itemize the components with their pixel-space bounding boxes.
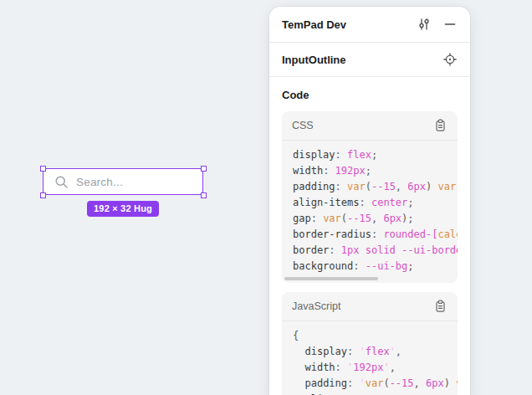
search-placeholder-text: Search... bbox=[76, 176, 123, 188]
selection-handle-bottom-right[interactable] bbox=[201, 192, 207, 198]
search-input-component[interactable]: Search... bbox=[43, 168, 203, 195]
selection-handle-top-left[interactable] bbox=[40, 166, 46, 172]
copy-icon[interactable] bbox=[432, 118, 448, 133]
javascript-code-block: JavaScript { display: 'flex', width: '19… bbox=[282, 292, 458, 395]
panel-title: TemPad Dev bbox=[282, 18, 417, 31]
sliders-icon[interactable] bbox=[417, 17, 432, 32]
javascript-code-body[interactable]: { display: 'flex', width: '192px', paddi… bbox=[282, 321, 458, 395]
code-section-title: Code bbox=[282, 89, 458, 101]
tempad-dev-panel: TemPad Dev InputOutline bbox=[269, 7, 470, 395]
locate-icon[interactable] bbox=[442, 52, 458, 67]
code-line: display: 'flex', bbox=[293, 344, 458, 360]
code-line: border-radius: rounded-[calc(va bbox=[293, 227, 458, 243]
code-line: border: 1px solid --ui-border- bbox=[293, 243, 458, 259]
javascript-block-label: JavaScript bbox=[292, 300, 432, 312]
code-line: gap: var(--15, 6px); bbox=[293, 211, 458, 227]
css-code-body[interactable]: display: flex;width: 192px;padding: var(… bbox=[282, 141, 458, 283]
copy-icon[interactable] bbox=[432, 299, 448, 314]
code-line: padding: var(--15, 6px) var(--1 bbox=[293, 179, 458, 195]
code-line: align-items: center; bbox=[293, 195, 458, 211]
panel-header: TemPad Dev bbox=[269, 7, 470, 42]
code-line: width: 192px; bbox=[293, 163, 458, 179]
code-line: padding: 'var(--15, 6px) var bbox=[293, 376, 458, 392]
css-code-block: CSS display: flex;width: 192px;padding: … bbox=[282, 111, 458, 283]
minimize-icon[interactable] bbox=[442, 17, 458, 32]
code-line: display: flex; bbox=[293, 147, 458, 163]
selected-component-row: InputOutline bbox=[269, 43, 470, 76]
search-icon bbox=[54, 175, 69, 189]
css-block-header: CSS bbox=[282, 111, 458, 141]
size-badge: 192 × 32 Hug bbox=[87, 201, 159, 217]
javascript-block-header: JavaScript bbox=[282, 292, 458, 321]
code-section: Code CSS display: flex;width: 192px;padd… bbox=[269, 77, 470, 395]
code-line: width: '192px', bbox=[293, 360, 458, 376]
code-line: { bbox=[293, 328, 458, 344]
selection-handle-bottom-left[interactable] bbox=[40, 192, 46, 198]
horizontal-scrollbar[interactable] bbox=[284, 277, 378, 280]
code-line: alignItems: 'center', bbox=[293, 392, 458, 395]
selection-handle-top-right[interactable] bbox=[201, 166, 207, 172]
code-line: background: --ui-bg; bbox=[293, 259, 458, 274]
component-name-label: InputOutline bbox=[282, 54, 442, 66]
css-block-label: CSS bbox=[292, 120, 432, 131]
